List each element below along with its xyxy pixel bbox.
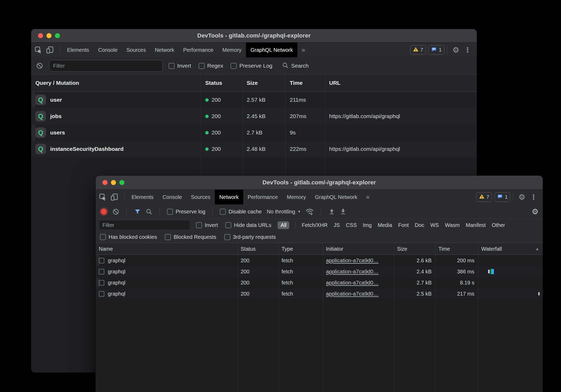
column-header-size[interactable]: Size bbox=[242, 74, 286, 91]
column-header-status[interactable]: Status bbox=[237, 243, 278, 255]
checkbox-label: Hide data URLs bbox=[234, 222, 271, 228]
search-icon[interactable] bbox=[146, 208, 152, 215]
issues-badge[interactable]: 1 bbox=[494, 192, 510, 202]
settings-gear-icon[interactable]: ⚙ bbox=[450, 43, 462, 57]
initiator-link[interactable]: application-a7ca9d0… bbox=[326, 258, 378, 264]
filter-input[interactable] bbox=[49, 60, 163, 72]
filter-chip-wasm[interactable]: Wasm bbox=[445, 222, 460, 228]
clear-icon[interactable] bbox=[36, 62, 43, 69]
row-checkbox[interactable] bbox=[99, 291, 104, 297]
checkbox-preserve-log[interactable]: Preserve log bbox=[167, 209, 205, 215]
table-row[interactable]: Qusers2002.7 kB9shttps://gitlab.com/api/… bbox=[31, 124, 36, 141]
table-row[interactable]: Quser2002.57 kB211mshttps://gitlab.com/a… bbox=[31, 92, 36, 108]
column-header-query-mutation[interactable]: Query / Mutation bbox=[31, 74, 201, 91]
filter-funnel-icon[interactable] bbox=[134, 208, 141, 215]
row-checkbox[interactable] bbox=[99, 258, 104, 263]
query-cell: Qjobs bbox=[31, 108, 201, 124]
row-checkbox[interactable] bbox=[99, 280, 104, 286]
tab-sources[interactable]: Sources bbox=[186, 190, 215, 204]
warnings-badge[interactable]: 7 bbox=[476, 192, 492, 202]
export-har-icon[interactable] bbox=[340, 208, 347, 215]
tab-console[interactable]: Console bbox=[158, 190, 186, 204]
network-settings-gear-icon[interactable]: ⚙ bbox=[529, 204, 539, 219]
filter-chip-font[interactable]: Font bbox=[398, 222, 409, 228]
close-button[interactable] bbox=[38, 33, 43, 38]
close-button[interactable] bbox=[102, 180, 107, 185]
checkbox-has-blocked-cookies[interactable]: Has blocked cookies bbox=[100, 234, 157, 240]
filter-chip-manifest[interactable]: Manifest bbox=[466, 222, 486, 228]
checkbox-regex[interactable]: Regex bbox=[199, 63, 223, 69]
initiator-link[interactable]: application-a7ca9d0… bbox=[326, 280, 378, 286]
inspect-element-icon[interactable] bbox=[34, 46, 42, 54]
record-button[interactable] bbox=[101, 209, 107, 214]
more-tabs-icon[interactable]: » bbox=[362, 190, 374, 204]
checkbox-blocked-requests[interactable]: Blocked Requests bbox=[165, 234, 216, 240]
device-toolbar-icon[interactable] bbox=[46, 46, 54, 54]
filter-chip-other[interactable]: Other bbox=[492, 222, 505, 228]
tab-graphql-network[interactable]: GraphQL Network bbox=[310, 190, 362, 204]
tab-elements[interactable]: Elements bbox=[63, 43, 94, 57]
checkbox-invert[interactable]: Invert bbox=[169, 63, 191, 69]
tab-console[interactable]: Console bbox=[94, 43, 122, 57]
table-row[interactable]: graphql200fetchapplication-a7ca9d0…2.6 k… bbox=[96, 255, 101, 266]
column-header-time[interactable]: Time bbox=[286, 74, 325, 91]
column-header-waterfall[interactable]: Waterfall▲ bbox=[478, 243, 543, 255]
column-header-type[interactable]: Type bbox=[278, 243, 323, 255]
tab-performance[interactable]: Performance bbox=[243, 190, 283, 204]
column-header-name[interactable]: Name bbox=[96, 243, 237, 255]
table-row[interactable]: QinstanceSecurityDashboard2002.48 kB222m… bbox=[31, 141, 477, 157]
device-toolbar-icon[interactable] bbox=[110, 193, 118, 201]
kebab-menu-icon[interactable]: ⋮ bbox=[528, 190, 539, 204]
checkbox-preserve-log[interactable]: Preserve Log bbox=[231, 63, 272, 69]
table-row[interactable]: graphql200fetchapplication-a7ca9d0…2.4 k… bbox=[96, 266, 543, 277]
import-har-icon[interactable] bbox=[328, 208, 335, 215]
column-header-size[interactable]: Size bbox=[394, 243, 435, 255]
checkbox-3rd-party-requests[interactable]: 3rd-party requests bbox=[224, 234, 276, 240]
tab-network[interactable]: Network bbox=[215, 190, 243, 204]
kebab-menu-icon[interactable]: ⋮ bbox=[462, 43, 473, 57]
inspect-element-icon[interactable] bbox=[99, 193, 107, 201]
request-filter-checkboxes: Has blocked cookiesBlocked Requests3rd-p… bbox=[96, 231, 543, 243]
tab-elements[interactable]: Elements bbox=[127, 190, 158, 204]
minimize-button[interactable] bbox=[46, 33, 52, 38]
zoom-button[interactable] bbox=[119, 180, 124, 185]
more-tabs-icon[interactable]: » bbox=[297, 43, 309, 57]
tab-sources[interactable]: Sources bbox=[122, 43, 150, 57]
zoom-button[interactable] bbox=[55, 33, 60, 38]
initiator-link[interactable]: application-a7ca9d0… bbox=[326, 291, 378, 297]
table-row[interactable]: graphql200fetchapplication-a7ca9d0…2.5 k… bbox=[96, 288, 543, 299]
table-row[interactable]: Qjobs2002.45 kB207mshttps://gitlab.com/a… bbox=[31, 108, 477, 124]
row-checkbox[interactable] bbox=[99, 269, 104, 274]
minimize-button[interactable] bbox=[111, 180, 116, 185]
throttling-dropdown[interactable]: No throttling ▼ bbox=[267, 209, 301, 215]
settings-gear-icon[interactable]: ⚙ bbox=[516, 190, 528, 204]
checkbox-hide-data-urls[interactable]: Hide data URLs bbox=[225, 222, 271, 228]
tab-performance[interactable]: Performance bbox=[179, 43, 218, 57]
network-conditions-icon[interactable] bbox=[305, 207, 314, 216]
filter-chip-doc[interactable]: Doc bbox=[415, 222, 424, 228]
tab-network[interactable]: Network bbox=[150, 43, 179, 57]
warnings-badge[interactable]: 7 bbox=[410, 45, 426, 55]
column-header-initiator[interactable]: Initiator bbox=[323, 243, 394, 255]
tab-graphql-network[interactable]: GraphQL Network bbox=[246, 43, 297, 57]
filter-input[interactable] bbox=[99, 221, 190, 230]
filter-chip-all[interactable]: All bbox=[278, 221, 289, 229]
search-toggle[interactable]: Search bbox=[282, 62, 309, 70]
issues-badge[interactable]: 1 bbox=[428, 45, 444, 55]
checkbox-disable-cache[interactable]: Disable cache bbox=[220, 209, 262, 215]
filter-chip-media[interactable]: Media bbox=[378, 222, 392, 228]
column-header-time[interactable]: Time bbox=[435, 243, 478, 255]
filter-chip-fetch-xhr[interactable]: Fetch/XHR bbox=[302, 222, 328, 228]
initiator-link[interactable]: application-a7ca9d0… bbox=[326, 269, 378, 275]
filter-chip-css[interactable]: CSS bbox=[346, 222, 357, 228]
column-header-url[interactable]: URL bbox=[325, 74, 477, 91]
column-header-status[interactable]: Status bbox=[201, 74, 242, 91]
filter-chip-img[interactable]: Img bbox=[363, 222, 372, 228]
tab-memory[interactable]: Memory bbox=[218, 43, 246, 57]
clear-icon[interactable] bbox=[112, 208, 119, 215]
filter-chip-ws[interactable]: WS bbox=[430, 222, 439, 228]
checkbox-invert[interactable]: Invert bbox=[196, 222, 218, 228]
tab-memory[interactable]: Memory bbox=[282, 190, 310, 204]
filter-chip-js[interactable]: JS bbox=[334, 222, 340, 228]
table-row[interactable]: graphql200fetchapplication-a7ca9d0…2.7 k… bbox=[96, 277, 101, 288]
